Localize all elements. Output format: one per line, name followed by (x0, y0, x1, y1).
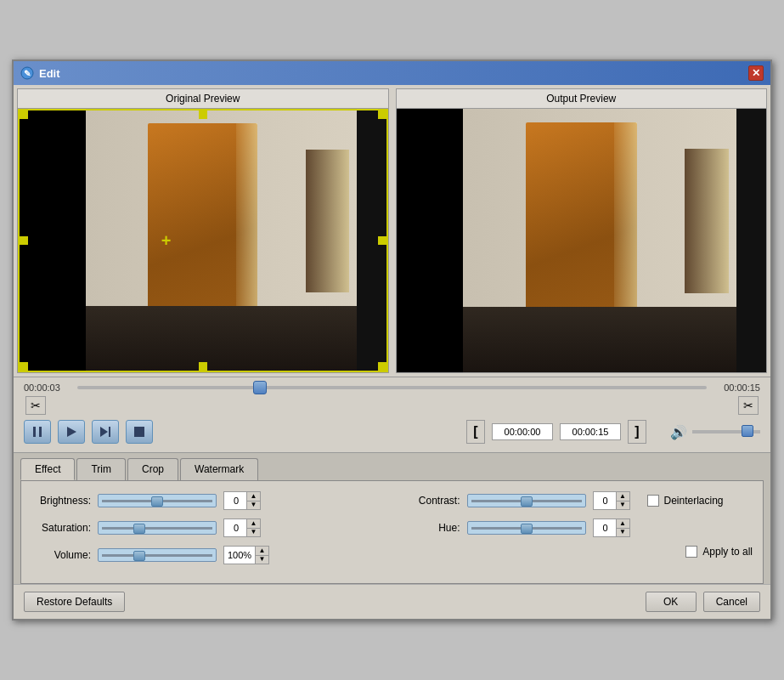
bottom-right-buttons: OK Cancel (646, 592, 760, 612)
volume-value[interactable] (224, 547, 255, 564)
brightness-up[interactable]: ▲ (247, 492, 260, 502)
contrast-row: Contrast: ▲ ▼ (401, 491, 753, 510)
saturation-track (102, 527, 212, 530)
crop-handle-tr[interactable] (378, 110, 386, 119)
tabs-section: Effect Trim Crop Watermark Brightness: (14, 452, 770, 584)
output-preview-panel: Output Preview (396, 88, 768, 373)
tab-content: Brightness: ▲ ▼ (20, 480, 764, 584)
apply-all-checkbox[interactable] (685, 546, 697, 558)
crop-handle-tl[interactable] (20, 110, 28, 119)
hue-label: Hue: (401, 522, 460, 534)
original-video: + (18, 109, 388, 372)
saturation-row: Saturation: ▲ ▼ (31, 518, 384, 537)
contrast-down[interactable]: ▼ (617, 502, 629, 510)
hue-down[interactable]: ▼ (617, 529, 629, 537)
play-button[interactable] (58, 420, 85, 444)
timeline-end-time: 00:00:15 (713, 382, 760, 393)
contrast-value[interactable] (594, 492, 618, 509)
hue-up[interactable]: ▲ (617, 519, 629, 529)
cancel-button[interactable]: Cancel (703, 592, 760, 612)
deinterlacing-checkbox[interactable] (647, 495, 659, 507)
tabs-row: Effect Trim Crop Watermark (20, 458, 764, 480)
contrast-thumb[interactable] (521, 496, 533, 507)
saturation-down[interactable]: ▼ (247, 529, 260, 537)
hue-value[interactable] (594, 519, 618, 536)
saturation-label: Saturation: (31, 522, 91, 534)
brightness-arrows: ▲ ▼ (246, 492, 260, 509)
output-left-black (397, 109, 463, 372)
close-button[interactable]: ✕ (748, 65, 764, 81)
ok-button[interactable]: OK (646, 592, 697, 612)
original-preview-panel: Original Preview (17, 88, 389, 373)
saturation-slider[interactable] (98, 521, 217, 535)
end-time-input[interactable] (560, 423, 621, 440)
scissors-right-button[interactable]: ✂ (738, 396, 759, 415)
volume-section: 🔊 (670, 424, 760, 440)
volume-slider[interactable] (692, 430, 760, 434)
tab-watermark[interactable]: Watermark (180, 458, 258, 480)
crop-handle-ml[interactable] (20, 236, 28, 245)
crop-handle-bl[interactable] (20, 362, 28, 371)
volume-row: Volume: ▲ ▼ (31, 546, 384, 564)
volume-down[interactable]: ▼ (256, 556, 268, 564)
hue-thumb[interactable] (521, 524, 533, 534)
volume-effect-slider[interactable] (98, 548, 217, 562)
bracket-open-button[interactable]: [ (466, 420, 485, 444)
preview-section: Original Preview (14, 85, 770, 377)
hue-input[interactable]: ▲ ▼ (593, 518, 630, 537)
scissors-left-button[interactable]: ✂ (25, 396, 46, 415)
pause-icon (31, 426, 43, 438)
effect-columns: Brightness: ▲ ▼ (31, 491, 753, 573)
volume-effect-thumb[interactable] (133, 551, 145, 561)
tab-trim[interactable]: Trim (76, 458, 126, 480)
tab-effect[interactable]: Effect (20, 458, 75, 480)
stop-icon (133, 426, 145, 438)
brightness-row: Brightness: ▲ ▼ (31, 491, 384, 510)
bracket-close-button[interactable]: ] (628, 420, 646, 444)
speaker-icon: 🔊 (670, 424, 687, 440)
contrast-arrows: ▲ ▼ (616, 492, 629, 509)
crop-handle-mr[interactable] (378, 236, 386, 245)
brightness-down[interactable]: ▼ (247, 502, 260, 510)
brightness-value[interactable] (224, 492, 248, 509)
saturation-arrows: ▲ ▼ (246, 519, 260, 536)
next-frame-button[interactable] (92, 420, 119, 444)
svg-rect-7 (134, 427, 144, 437)
controls-section: 00:00:03 00:00:15 ✂ ✂ (14, 377, 770, 452)
volume-input[interactable]: ▲ ▼ (223, 546, 269, 564)
crop-handle-br[interactable] (378, 362, 386, 371)
app-icon: ✎ (20, 66, 34, 80)
volume-thumb[interactable] (742, 425, 753, 437)
scene-left-black (20, 110, 86, 371)
saturation-up[interactable]: ▲ (247, 519, 260, 529)
timeline-thumb[interactable] (253, 381, 267, 394)
timeline-slider[interactable] (77, 386, 707, 389)
restore-defaults-button[interactable]: Restore Defaults (24, 592, 125, 612)
volume-arrows: ▲ ▼ (255, 547, 268, 564)
start-time-input[interactable] (492, 423, 553, 440)
brightness-label: Brightness: (31, 495, 91, 507)
saturation-value[interactable] (224, 519, 248, 536)
volume-label: Volume: (31, 549, 91, 561)
contrast-input[interactable]: ▲ ▼ (593, 491, 630, 510)
brightness-thumb[interactable] (151, 496, 163, 507)
saturation-input[interactable]: ▲ ▼ (223, 518, 261, 537)
next-frame-icon (99, 426, 111, 438)
crop-handle-bm[interactable] (199, 362, 207, 371)
brightness-input[interactable]: ▲ ▼ (223, 491, 261, 510)
pause-button[interactable] (24, 420, 51, 444)
tab-crop[interactable]: Crop (127, 458, 178, 480)
contrast-slider[interactable] (467, 494, 586, 507)
contrast-up[interactable]: ▲ (617, 492, 629, 502)
saturation-thumb[interactable] (133, 524, 145, 534)
edit-dialog: ✎ Edit ✕ Original Preview (12, 60, 772, 620)
brightness-slider[interactable] (98, 494, 217, 507)
volume-up[interactable]: ▲ (256, 547, 268, 556)
crop-handle-tm[interactable] (199, 110, 207, 119)
stop-button[interactable] (126, 420, 153, 444)
scene-floor (86, 306, 357, 371)
scene-corridor (306, 150, 350, 292)
dialog-title: Edit (39, 67, 60, 80)
hue-slider[interactable] (467, 521, 586, 535)
bottom-bar: Restore Defaults OK Cancel (14, 584, 770, 619)
